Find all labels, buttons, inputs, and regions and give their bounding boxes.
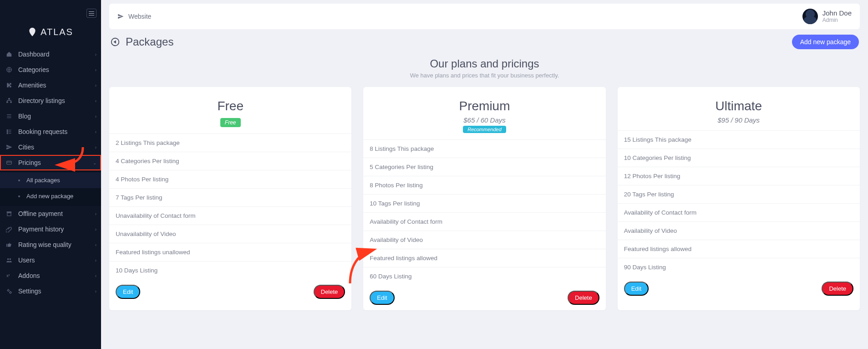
package-feature: Featured listings allowed <box>618 240 860 258</box>
sidebar-subitem-all-packages[interactable]: All packages <box>0 172 101 188</box>
chevron-right-icon: › <box>95 258 96 263</box>
package-feature: 10 Tags Per listing <box>363 194 605 212</box>
sidebar-item-label: Booking requests <box>18 128 67 135</box>
page-head: Packages Add new package <box>110 35 859 49</box>
svg-point-11 <box>8 290 10 292</box>
sidebar-item-label: Amenities <box>18 82 46 89</box>
package-feature: Availability of Contact form <box>618 203 860 221</box>
edit-button[interactable]: Edit <box>116 285 140 299</box>
package-feature: 20 Tags Per listing <box>618 185 860 203</box>
sidebar-item-label: Addons <box>18 272 40 279</box>
users-icon <box>5 257 14 263</box>
svg-point-8 <box>7 258 9 260</box>
sidebar-item-users[interactable]: Users› <box>0 252 101 268</box>
sidebar-item-label: Categories <box>18 66 49 73</box>
sidebar-item-booking-requests[interactable]: Booking requests› <box>0 124 101 139</box>
website-link[interactable]: Website <box>117 13 151 20</box>
package-actions: EditDelete <box>618 276 860 301</box>
package-feature: 4 Categories Per listing <box>109 152 351 170</box>
package-feature: Featured listings unallowed <box>109 243 351 261</box>
package-feature: 60 Days Listing <box>363 267 605 285</box>
package-head: Premium$65 / 60 DaysRecommended <box>363 87 605 139</box>
sidebar-item-addons[interactable]: x²Addons› <box>0 268 101 283</box>
package-feature: 4 Photos Per listing <box>109 170 351 188</box>
sidebar-subitem-add-new-package[interactable]: Add new package <box>0 188 101 204</box>
package-badge: Free <box>220 118 241 127</box>
plane-icon <box>5 144 14 150</box>
svg-text:x²: x² <box>6 274 10 278</box>
package-feature: Featured listings allowed <box>363 249 605 267</box>
svg-rect-4 <box>10 102 12 103</box>
home-icon <box>5 51 14 57</box>
package-feature: 10 Days Listing <box>109 261 351 279</box>
package-actions: EditDelete <box>109 279 351 304</box>
edit-button[interactable]: Edit <box>624 282 649 296</box>
plans-subtitle: We have plans and prices that fit your b… <box>109 72 860 79</box>
sidebar-item-directory-listings[interactable]: Directory listings› <box>0 93 101 108</box>
sitemap-icon <box>5 98 14 104</box>
package-feature: 12 Photos Per listing <box>618 167 860 185</box>
chevron-right-icon: › <box>95 98 96 103</box>
add-new-package-button[interactable]: Add new package <box>792 35 859 49</box>
package-name: Free <box>114 99 347 113</box>
thumb-icon <box>5 241 14 248</box>
chevron-right-icon: › <box>95 242 96 247</box>
sidebar-item-offline-payment[interactable]: Offline payment› <box>0 206 101 221</box>
package-feature: 5 Categories Per listing <box>363 158 605 176</box>
package-features: 8 Listings This package5 Categories Per … <box>363 139 605 285</box>
sidebar-item-blog[interactable]: Blog› <box>0 108 101 124</box>
chevron-right-icon: › <box>95 227 96 232</box>
brand-name: ATLAS <box>41 27 73 37</box>
chevron-right-icon: › <box>95 289 96 294</box>
plans-title: Our plans and pricings <box>109 57 860 70</box>
sidebar-item-rating-wise-quality[interactable]: Rating wise quality› <box>0 237 101 252</box>
package-name: Ultimate <box>622 99 855 113</box>
sidebar-item-payment-history[interactable]: Payment history› <box>0 221 101 237</box>
user-name: John Doe <box>822 10 852 17</box>
sidebar: ATLAS Dashboard›Categories›Amenities›Dir… <box>0 0 101 349</box>
sidebar-item-amenities[interactable]: Amenities› <box>0 77 101 93</box>
package-feature: 10 Categories Per listing <box>618 149 860 167</box>
sidebar-item-cities[interactable]: Cities› <box>0 139 101 155</box>
list-icon <box>5 113 14 119</box>
topbar: Website John Doe Admin <box>109 4 860 29</box>
svg-rect-7 <box>7 213 11 216</box>
packages-row: FreeFree2 Listings This package4 Categor… <box>109 87 860 310</box>
sidebar-toggle-button[interactable] <box>86 9 96 18</box>
package-feature: 90 Days Listing <box>618 258 860 276</box>
sidebar-item-label: Pricings <box>18 159 41 166</box>
package-card-free: FreeFree2 Listings This package4 Categor… <box>109 87 351 310</box>
sidebar-item-settings[interactable]: Settings› <box>0 283 101 299</box>
delete-button[interactable]: Delete <box>568 291 599 305</box>
archive-icon <box>5 210 14 217</box>
package-actions: EditDelete <box>363 285 605 310</box>
edit-button[interactable]: Edit <box>370 291 394 305</box>
user-menu[interactable]: John Doe Admin <box>802 9 852 24</box>
sidebar-item-label: Directory listings <box>18 97 65 104</box>
sidebar-subitem-label: Add new package <box>26 193 73 200</box>
package-feature: 15 Listings This package <box>618 130 860 149</box>
chevron-right-icon: › <box>95 211 96 216</box>
package-card-ultimate: Ultimate$95 / 90 Days15 Listings This pa… <box>618 87 860 310</box>
package-feature: Availability of Video <box>363 231 605 249</box>
package-head: FreeFree <box>109 87 351 133</box>
avatar <box>802 9 818 24</box>
sidebar-item-pricings[interactable]: Pricings⌄ <box>0 155 101 170</box>
sidebar-subitem-label: All packages <box>26 177 60 184</box>
package-feature: Availability of Contact form <box>363 212 605 231</box>
x2-icon: x² <box>5 272 14 279</box>
chevron-right-icon: › <box>95 114 96 119</box>
cogs-icon <box>5 288 14 294</box>
main-area: Website John Doe Admin Packages Add new … <box>101 0 868 349</box>
delete-button[interactable]: Delete <box>314 285 345 299</box>
sidebar-item-dashboard[interactable]: Dashboard› <box>0 46 101 62</box>
chevron-right-icon: › <box>95 52 96 57</box>
sidebar-item-label: Blog <box>18 113 31 120</box>
package-name: Premium <box>368 99 601 113</box>
sidebar-item-label: Settings <box>18 287 41 295</box>
sidebar-nav: Dashboard›Categories›Amenities›Directory… <box>0 46 101 299</box>
brand[interactable]: ATLAS <box>0 26 101 37</box>
delete-button[interactable]: Delete <box>822 282 853 296</box>
sidebar-item-categories[interactable]: Categories› <box>0 62 101 77</box>
package-head: Ultimate$95 / 90 Days <box>618 87 860 130</box>
